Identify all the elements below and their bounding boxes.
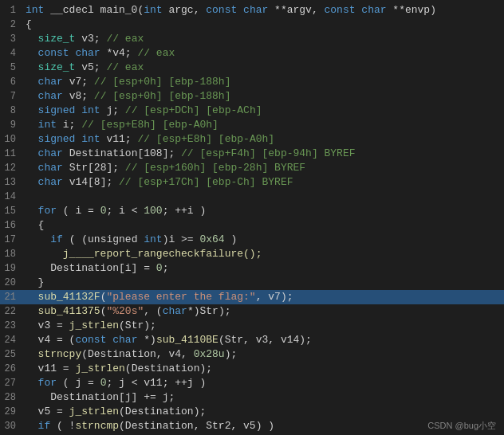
code-text: for ( j = 0; j < v11; ++j ) [26, 376, 206, 390]
code-text: size_t v3; // eax [26, 32, 144, 46]
table-row: 5 size_t v5; // eax [0, 61, 504, 75]
line-number: 11 [0, 147, 16, 161]
code-text: { [26, 218, 44, 233]
line-number: 20 [0, 276, 16, 290]
code-text: v4 = (const char *)sub_4110BE(Str, v3, v… [26, 333, 312, 347]
code-text: int __cdecl main_0(int argc, const char … [26, 3, 436, 18]
code-text: char v7; // [esp+0h] [ebp-188h] [26, 75, 230, 89]
line-number: 9 [0, 118, 16, 132]
code-text: size_t v5; // eax [26, 61, 144, 75]
line-number: 26 [0, 362, 16, 376]
table-row: 16 { [0, 218, 504, 233]
code-text: char v8; // [esp+0h] [ebp-188h] [26, 89, 230, 104]
line-number: 5 [0, 61, 16, 75]
line-number: 30 [0, 419, 16, 433]
code-text: char Destination[108]; // [esp+F4h] [ebp… [26, 147, 356, 161]
line-number: 17 [0, 233, 16, 247]
table-row: 10 signed int v11; // [esp+E8h] [ebp-A0h… [0, 132, 504, 147]
watermark: CSDN @bug小空 [427, 420, 496, 432]
code-text: } [26, 276, 44, 290]
table-row: 2{ [0, 18, 504, 32]
line-number: 28 [0, 390, 16, 405]
code-text: j____report_rangecheckfailure(); [26, 247, 262, 261]
line-number: 10 [0, 132, 16, 147]
table-row: 11 char Destination[108]; // [esp+F4h] [… [0, 147, 504, 161]
table-row: 13 char v14[8]; // [esp+17Ch] [ebp-Ch] B… [0, 175, 504, 190]
line-number: 13 [0, 175, 16, 190]
table-row: 28 Destination[j] += j; [0, 390, 504, 405]
line-number: 22 [0, 304, 16, 319]
table-row: 3 size_t v3; // eax [0, 32, 504, 46]
line-number: 7 [0, 89, 16, 104]
table-row: 14 [0, 190, 504, 204]
table-row: 15 for ( i = 0; i < 100; ++i ) [0, 204, 504, 218]
code-text: Destination[j] += j; [26, 390, 175, 405]
code-text: sub_41132F("please enter the flag:", v7)… [26, 290, 293, 304]
line-number: 25 [0, 347, 16, 362]
table-row: 1int __cdecl main_0(int argc, const char… [0, 3, 504, 18]
code-text: v3 = j_strlen(Str); [26, 319, 156, 333]
code-text: for ( i = 0; i < 100; ++i ) [26, 204, 206, 218]
code-text: Destination[i] = 0; [26, 261, 168, 276]
line-number: 15 [0, 204, 16, 218]
line-number: 19 [0, 261, 16, 276]
table-row: 21 sub_41132F("please enter the flag:", … [0, 290, 504, 304]
table-row: 25 strncpy(Destination, v4, 0x28u); [0, 347, 504, 362]
line-number: 8 [0, 104, 16, 118]
code-text: char v14[8]; // [esp+17Ch] [ebp-Ch] BYRE… [26, 175, 293, 190]
code-text: if ( (unsigned int)i >= 0x64 ) [26, 233, 237, 247]
table-row: 6 char v7; // [esp+0h] [ebp-188h] [0, 75, 504, 89]
line-number: 23 [0, 319, 16, 333]
code-text: v11 = j_strlen(Destination); [26, 362, 212, 376]
table-row: 29 v5 = j_strlen(Destination); [0, 405, 504, 419]
table-row: 20 } [0, 276, 504, 290]
code-text: strncpy(Destination, v4, 0x28u); [26, 347, 237, 362]
line-number: 18 [0, 247, 16, 261]
code-text: int i; // [esp+E8h] [ebp-A0h] [26, 118, 219, 132]
line-number: 1 [0, 3, 16, 18]
line-number: 21 [0, 290, 16, 304]
table-row: 4 const char *v4; // eax [0, 46, 504, 61]
line-number: 14 [0, 190, 16, 204]
code-text: v5 = j_strlen(Destination); [26, 405, 206, 419]
table-row: 12 char Str[28]; // [esp+160h] [ebp-28h]… [0, 161, 504, 175]
code-text: if ( !strncmp(Destination, Str2, v5) ) [26, 419, 274, 433]
table-row: 17 if ( (unsigned int)i >= 0x64 ) [0, 233, 504, 247]
table-row: 9 int i; // [esp+E8h] [ebp-A0h] [0, 118, 504, 132]
code-editor: 1int __cdecl main_0(int argc, const char… [0, 0, 504, 435]
line-number: 29 [0, 405, 16, 419]
line-number: 3 [0, 32, 16, 46]
table-row: 18 j____report_rangecheckfailure(); [0, 247, 504, 261]
line-number: 2 [0, 18, 16, 32]
line-number: 16 [0, 218, 16, 233]
line-number: 4 [0, 46, 16, 61]
table-row: 19 Destination[i] = 0; [0, 261, 504, 276]
code-text: signed int v11; // [esp+E8h] [ebp-A0h] [26, 132, 274, 147]
line-number: 6 [0, 75, 16, 89]
table-row: 27 for ( j = 0; j < v11; ++j ) [0, 376, 504, 390]
table-row: 24 v4 = (const char *)sub_4110BE(Str, v3… [0, 333, 504, 347]
line-number: 12 [0, 161, 16, 175]
table-row: 26 v11 = j_strlen(Destination); [0, 362, 504, 376]
table-row: 22 sub_411375("%20s", (char*)Str); [0, 304, 504, 319]
code-text: const char *v4; // eax [26, 46, 175, 61]
line-number: 27 [0, 376, 16, 390]
code-text: char Str[28]; // [esp+160h] [ebp-28h] BY… [26, 161, 305, 175]
table-row: 8 signed int j; // [esp+DCh] [ebp-ACh] [0, 104, 504, 118]
code-text: sub_411375("%20s", (char*)Str); [26, 304, 230, 319]
table-row: 23 v3 = j_strlen(Str); [0, 319, 504, 333]
code-text: { [26, 18, 32, 32]
line-number: 24 [0, 333, 16, 347]
code-text: signed int j; // [esp+DCh] [ebp-ACh] [26, 104, 262, 118]
table-row: 7 char v8; // [esp+0h] [ebp-188h] [0, 89, 504, 104]
